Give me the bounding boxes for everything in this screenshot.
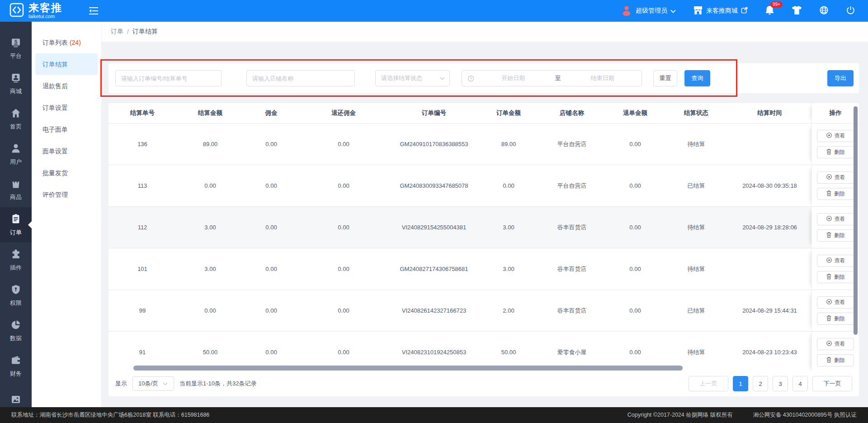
submenu-item-batch-shipping[interactable]: 批量发货 [35, 162, 98, 184]
settlement-status-select[interactable]: 请选择结算状态 [375, 70, 450, 86]
logo: 来客推 laiketui.com [9, 2, 62, 19]
select-placeholder: 请选择结算状态 [381, 74, 422, 82]
sidebar-item-media[interactable] [0, 384, 32, 407]
submenu-item-refund-aftersale[interactable]: 退款售后 [35, 75, 98, 97]
table-row: 113 0.00 0.00 0.00 GM240830093347685078 … [108, 165, 859, 207]
submenu-item-waybill-settings[interactable]: 面单设置 [35, 140, 98, 162]
prev-page-button[interactable]: 上一页 [689, 376, 728, 391]
sidebar-item-permissions[interactable]: 权限 [0, 278, 32, 313]
settlement-table-card: 结算单号 结算金额 佣金 退还佣金 订单编号 订单金额 店铺名称 退单金额 结算… [108, 103, 859, 396]
cell-settle-time: 2024-08-29 15:44:31 [728, 307, 811, 314]
eye-icon [826, 299, 832, 306]
page-size-select[interactable]: 10条/页 [132, 376, 174, 391]
shop-name-input[interactable] [246, 70, 355, 86]
date-end-placeholder[interactable]: 结束日期 [564, 74, 642, 82]
cell-refund-amount: 0.00 [606, 349, 665, 356]
cell-shop-name: 谷丰百货店 [538, 223, 606, 232]
menu-collapse-icon[interactable] [89, 7, 99, 15]
sidebar-item-label: 商品 [10, 193, 22, 201]
sidebar-item-label: 财务 [10, 370, 22, 378]
cell-settle-amount: 3.00 [176, 224, 244, 231]
language-button[interactable] [819, 5, 829, 16]
delete-button[interactable]: 删除 [817, 271, 854, 283]
view-button[interactable]: 查看 [817, 338, 854, 350]
breadcrumb-section[interactable]: 订单 [111, 28, 123, 36]
page-size-label: 显示 [115, 380, 127, 388]
delete-button[interactable]: 删除 [817, 146, 854, 158]
delete-button[interactable]: 删除 [817, 229, 854, 242]
submenu-item-order-settlement[interactable]: 订单结算 [35, 53, 98, 75]
submenu-item-review-management[interactable]: 评价管理 [35, 184, 98, 205]
sidebar-item-label: 数据 [10, 334, 22, 342]
view-button[interactable]: 查看 [817, 213, 854, 225]
cell-commission: 0.00 [244, 349, 298, 356]
power-icon [846, 5, 855, 16]
view-button[interactable]: 查看 [817, 130, 854, 142]
user-menu[interactable]: 超级管理员 [621, 5, 676, 18]
shop-decoration-button[interactable] [792, 5, 802, 16]
submenu-label: 面单设置 [42, 147, 68, 155]
column-header: 店铺名称 [538, 109, 606, 117]
column-header: 退还佣金 [298, 109, 389, 117]
cell-order-amount: 3.00 [479, 224, 538, 231]
sidebar-item-plugins[interactable]: 插件 [0, 242, 32, 278]
cell-actions: 查看 删除 [811, 248, 859, 290]
cell-commission-refund: 0.00 [298, 349, 389, 356]
date-start-placeholder[interactable]: 开始日期 [474, 74, 552, 82]
submenu-item-order-list[interactable]: 订单列表 (24) [35, 32, 98, 53]
sidebar-item-label: 权限 [10, 299, 22, 307]
column-header: 退单金额 [606, 109, 665, 117]
cell-refund-amount: 0.00 [606, 266, 665, 272]
notification-badge: 99+ [770, 1, 783, 8]
cell-commission-refund: 0.00 [298, 307, 389, 314]
cell-shop-name: 平台自营店 [538, 140, 606, 148]
delete-button[interactable]: 删除 [817, 313, 854, 325]
view-button[interactable]: 查看 [817, 171, 854, 184]
submenu-item-e-waybill[interactable]: 电子面单 [35, 119, 98, 140]
logout-button[interactable] [846, 5, 855, 16]
notifications-button[interactable]: 99+ [765, 5, 774, 17]
cell-settle-no: 101 [108, 266, 176, 272]
delete-button[interactable]: 删除 [817, 354, 854, 366]
view-button[interactable]: 查看 [817, 296, 854, 309]
sidebar-item-home[interactable]: 首页 [0, 101, 32, 137]
next-page-button[interactable]: 下一页 [812, 376, 852, 391]
sidebar-item-mall[interactable]: 商城 [0, 66, 32, 101]
sidebar-item-finance[interactable]: 财务 [0, 348, 32, 384]
user-name: 超级管理员 [636, 7, 667, 15]
action-label: 查看 [835, 132, 845, 140]
cell-settle-no: 91 [108, 349, 176, 356]
sidebar-item-orders[interactable]: 订单 [0, 207, 32, 242]
eye-icon [826, 340, 832, 348]
search-button[interactable]: 查询 [684, 70, 710, 86]
page-button-3[interactable]: 3 [773, 376, 788, 391]
sidebar-item-users[interactable]: 用户 [0, 137, 32, 172]
mall-icon [10, 72, 21, 85]
order-number-input[interactable] [115, 70, 222, 86]
shop-link[interactable]: 来客推商城 [693, 6, 748, 16]
page-button-2[interactable]: 2 [753, 376, 768, 391]
shop-name: 来客推商城 [706, 7, 738, 15]
submenu-item-order-settings[interactable]: 订单设置 [35, 97, 98, 119]
table-row: 99 0.00 0.00 0.00 VI240826142327166723 2… [108, 290, 859, 332]
sidebar-item-goods[interactable]: 商品 [0, 172, 32, 207]
reset-button[interactable]: 重置 [653, 70, 677, 86]
vertical-scrollbar[interactable] [854, 106, 858, 335]
delete-button[interactable]: 删除 [817, 188, 854, 200]
home-icon [10, 108, 21, 120]
horizontal-scrollbar[interactable] [133, 366, 683, 371]
action-label: 删除 [834, 356, 845, 364]
footer-record-number[interactable]: 湘公网安备 43010402000895号 执照认证 [753, 411, 857, 419]
column-header: 订单金额 [479, 109, 538, 117]
sidebar-item-data[interactable]: 数据 [0, 313, 32, 348]
users-icon [10, 143, 21, 156]
sidebar-item-platform[interactable]: S 平台 [0, 31, 32, 66]
submenu-label: 批量发货 [42, 169, 68, 176]
page-button-1[interactable]: 1 [733, 376, 748, 391]
page-button-4[interactable]: 4 [793, 376, 808, 391]
view-button[interactable]: 查看 [817, 255, 854, 267]
export-button[interactable]: 导出 [827, 70, 854, 86]
action-label: 删除 [834, 148, 845, 156]
pager: 上一页 1 2 3 4 下一页 [689, 376, 852, 391]
date-range-picker[interactable]: 开始日期 至 结束日期 [462, 70, 642, 86]
